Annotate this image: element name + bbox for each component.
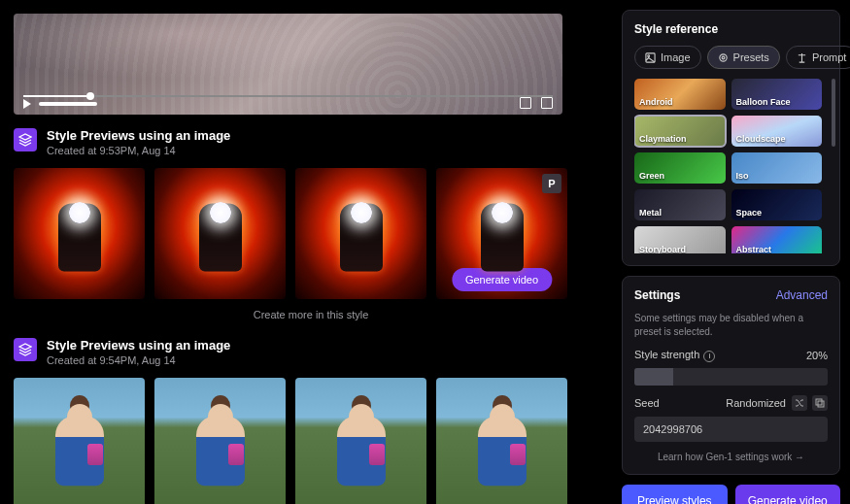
- sidebar: Style reference Image Presets Prompt And…: [622, 0, 850, 504]
- preset-green[interactable]: Green: [634, 152, 726, 184]
- strength-slider[interactable]: [634, 368, 828, 386]
- shuffle-icon[interactable]: [792, 395, 807, 411]
- svg-point-2: [719, 53, 726, 60]
- main-content: Style Previews using an image Created at…: [0, 0, 622, 504]
- preset-label: Android: [639, 97, 673, 107]
- preset-label: Balloon Face: [736, 97, 791, 107]
- preview-grid-1: P Generate video: [14, 168, 608, 299]
- section-title: Style Previews using an image: [47, 338, 230, 353]
- preview-thumb[interactable]: P Generate video: [436, 168, 567, 299]
- panel-title: Settings: [634, 288, 680, 302]
- copy-icon[interactable]: [812, 395, 828, 411]
- panel-title: Style reference: [634, 22, 828, 36]
- create-more-link[interactable]: Create more in this style: [14, 309, 608, 320]
- seed-input[interactable]: 2042998706: [634, 417, 828, 442]
- preset-scroll[interactable]: AndroidBalloon FaceClaymationCloudscapeG…: [634, 79, 828, 253]
- preset-storyboard[interactable]: Storyboard: [634, 226, 726, 253]
- preset-tag: P: [542, 174, 561, 193]
- preview-thumb[interactable]: [14, 378, 145, 504]
- strength-value: 20%: [806, 350, 828, 361]
- tab-prompt[interactable]: Prompt: [786, 46, 850, 69]
- advanced-link[interactable]: Advanced: [776, 288, 828, 302]
- preset-android[interactable]: Android: [634, 79, 726, 110]
- style-reference-panel: Style reference Image Presets Prompt And…: [622, 10, 840, 266]
- volume-slider[interactable]: [39, 102, 97, 106]
- preview-grid-2: [14, 378, 608, 504]
- tab-presets[interactable]: Presets: [707, 46, 780, 69]
- preset-label: Storyboard: [639, 245, 686, 253]
- style-badge-icon: [14, 128, 37, 151]
- svg-rect-5: [818, 401, 824, 407]
- strength-label: Style strengthi: [634, 349, 715, 362]
- seed-label: Seed: [634, 397, 660, 409]
- learn-link[interactable]: Learn how Gen-1 settings work: [634, 452, 828, 462]
- section-title: Style Previews using an image: [47, 128, 230, 143]
- preset-balloon-face[interactable]: Balloon Face: [731, 79, 823, 110]
- video-player[interactable]: [14, 14, 562, 115]
- preview-thumb[interactable]: [295, 168, 426, 299]
- preset-label: Cloudscape: [736, 134, 786, 144]
- preset-abstract[interactable]: Abstract: [731, 226, 823, 253]
- seed-mode: Randomized: [726, 397, 786, 409]
- preview-thumb[interactable]: [154, 168, 286, 299]
- play-icon[interactable]: [23, 99, 31, 109]
- preset-iso[interactable]: Iso: [731, 152, 823, 184]
- settings-panel: Settings Advanced Some settings may be d…: [622, 276, 840, 475]
- preset-label: Metal: [639, 208, 662, 218]
- generate-video-button[interactable]: Generate video: [452, 268, 552, 291]
- svg-point-1: [648, 54, 650, 56]
- tab-image[interactable]: Image: [634, 46, 701, 69]
- section-timestamp: Created at 9:54PM, Aug 14: [47, 354, 230, 366]
- generate-video-button[interactable]: Generate video: [735, 485, 841, 505]
- preset-claymation[interactable]: Claymation: [634, 116, 726, 147]
- video-timeline[interactable]: [23, 95, 553, 97]
- preview-thumb[interactable]: [295, 378, 426, 504]
- style-badge-icon: [14, 338, 37, 361]
- preview-thumb[interactable]: [14, 168, 145, 299]
- preset-label: Abstract: [736, 245, 772, 253]
- svg-point-3: [722, 56, 725, 59]
- section-timestamp: Created at 9:53PM, Aug 14: [47, 145, 230, 156]
- preset-metal[interactable]: Metal: [634, 189, 726, 220]
- info-icon[interactable]: i: [703, 351, 715, 362]
- preset-cloudscape[interactable]: Cloudscape: [731, 116, 823, 147]
- scrollbar[interactable]: [832, 79, 835, 147]
- preset-label: Space: [736, 208, 763, 218]
- preset-space[interactable]: Space: [731, 189, 823, 220]
- preset-label: Green: [639, 171, 664, 181]
- preview-styles-button[interactable]: Preview styles: [622, 485, 728, 505]
- preset-label: Iso: [736, 171, 749, 181]
- preview-thumb[interactable]: [154, 378, 286, 504]
- fullscreen-icon[interactable]: [541, 97, 553, 109]
- settings-note: Some settings may be disabled when a pre…: [634, 312, 828, 339]
- preview-thumb[interactable]: [436, 378, 567, 504]
- svg-rect-4: [816, 399, 822, 405]
- preset-label: Claymation: [639, 134, 687, 144]
- settings-icon[interactable]: [520, 97, 531, 109]
